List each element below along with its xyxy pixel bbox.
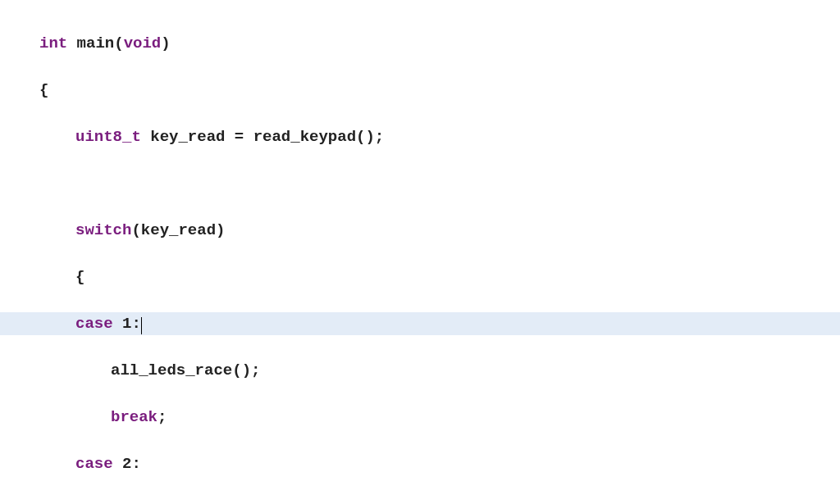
case-value: 1: [113,315,141,333]
text-cursor [141,317,142,334]
code-line-2: { [0,79,840,102]
keyword-case: case [75,455,113,473]
code-line-6: { [0,266,840,289]
code-editor[interactable]: int main(void) { uint8_t key_read = read… [0,8,840,504]
semicolon: ; [158,408,167,426]
keyword-break: break [111,408,158,426]
switch-expr: (key_read) [131,221,225,239]
code-line-4 [0,172,840,196]
code-line-3: uint8_t key_read = read_keypad(); [0,125,840,149]
keyword-case: case [75,315,113,333]
func-call: all_leds_race(); [111,361,260,379]
paren-close: ) [161,34,170,52]
code-line-9: break; [0,406,840,429]
keyword-int: int [39,34,67,52]
brace-open: { [75,268,84,286]
code-line-10: case 2: [0,452,840,476]
code-line-5: switch(key_read) [0,219,840,243]
var-decl: key_read = read_keypad(); [141,128,384,146]
brace-open: { [39,81,48,99]
keyword-void: void [124,34,162,52]
code-line-11: all_leds_on(); [0,499,840,505]
case-value: 2: [113,455,141,473]
code-line-1: int main(void) [0,32,840,56]
code-line-7-highlighted: case 1: [0,312,840,336]
func-main: main( [67,34,123,52]
keyword-switch: switch [75,221,131,239]
type-uint8: uint8_t [75,128,141,146]
code-line-8: all_leds_race(); [0,359,840,383]
func-call: all_leds_on(); [111,502,242,505]
